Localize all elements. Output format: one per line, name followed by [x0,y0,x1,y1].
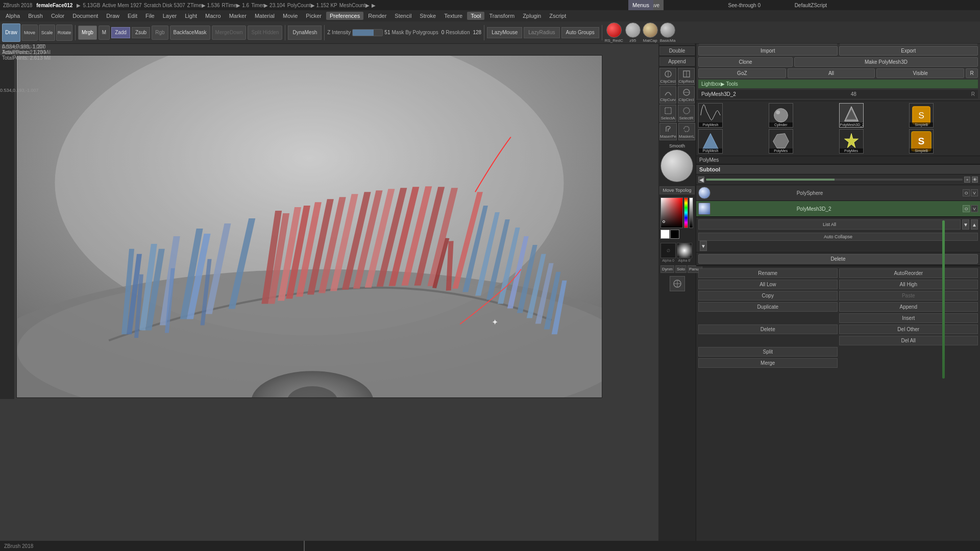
make-polymesh-button[interactable]: Make PolyMesh3D [794,57,978,67]
basic-sphere[interactable] [660,22,675,38]
split-button[interactable]: Split [698,347,838,357]
menu-texture[interactable]: Texture [440,12,466,20]
viewport[interactable]: ✦ [16,55,602,398]
background-swatch[interactable] [670,230,679,239]
drag-icon[interactable] [670,276,685,291]
menus-button[interactable]: Menus [628,0,653,10]
auto-collapse-arrow[interactable]: ▼ [700,241,707,251]
menu-draw[interactable]: Draw [103,12,123,20]
autoreorder-button[interactable]: AutoReorder [839,268,978,278]
goz-button[interactable]: GoZ [698,68,786,78]
subtool-slider[interactable] [706,179,963,181]
subtool-toggle[interactable]: ◀ [698,177,704,183]
menu-stroke[interactable]: Stroke [416,12,439,20]
menu-movie[interactable]: Movie [279,12,301,20]
r-button[interactable]: R [966,68,978,78]
del-all-button2[interactable]: Del All [839,336,978,345]
copy-button[interactable]: Copy [698,291,838,300]
list-all-up-arrow[interactable]: ▲ [971,219,978,230]
lazy-mouse-button[interactable]: LazyMouse [487,27,522,38]
move-button[interactable]: Move [21,24,38,41]
polysphere-subtool[interactable]: PolySphere O V [696,185,980,201]
menu-marker[interactable]: Marker [226,12,250,20]
clip-circle2-icon[interactable]: ClipCircl [678,86,695,104]
paste-button[interactable]: Paste [839,291,978,300]
hue-slider[interactable] [684,197,688,228]
merge-down-button[interactable]: MergeDown [212,26,247,40]
subtool-eye[interactable]: 👁 [972,177,978,183]
del-other-button[interactable]: Del Other [839,324,978,334]
menu-color[interactable]: Color [47,12,68,20]
menu-document[interactable]: Document [69,12,102,20]
clone-button[interactable]: Clone [698,57,793,67]
menu-macro[interactable]: Macro [202,12,225,20]
menu-tool[interactable]: Tool [467,12,484,20]
polysphere-eye-btn[interactable]: O [963,189,970,196]
rgb-button[interactable]: Rgb [152,26,168,40]
double-button[interactable]: Double [659,46,695,55]
merge-button[interactable]: Merge [698,358,838,368]
solo-button[interactable]: Solo [675,265,687,273]
split-hidden-button[interactable]: Split Hidden [248,26,282,40]
import-button[interactable]: Import [698,46,838,56]
alpha-slider[interactable] [689,197,693,228]
select-a-icon[interactable]: SelectA [659,105,676,122]
select-r-icon[interactable]: SelectR [678,105,695,122]
menu-layer[interactable]: Layer [159,12,181,20]
rotate-button[interactable]: Rotate [56,24,72,41]
mrgb-button[interactable]: Mrgb [78,26,97,40]
all-low-button[interactable]: All Low [698,280,838,289]
draw-button[interactable]: Draw [2,23,20,42]
tool-thumb-6[interactable]: PolyMes [769,129,793,154]
lazy-radius-button[interactable]: LazyRadius [524,27,559,38]
matcap-sphere[interactable] [643,22,658,38]
rs-redc-sphere[interactable] [606,22,622,38]
duplicate-button[interactable]: Duplicate [698,302,838,312]
tool-thumb-3[interactable]: PolyMesh3D_2 [839,103,864,128]
polymesh3d2-eye-btn[interactable]: O [963,205,970,212]
menu-picker[interactable]: Picker [302,12,325,20]
menu-zscript[interactable]: Zscript [546,12,570,20]
menu-edit[interactable]: Edit [124,12,141,20]
menu-light[interactable]: Light [181,12,201,20]
masker-pen-icon[interactable]: MaserPe [659,123,677,140]
list-all-arrow[interactable]: ▼ [962,219,969,230]
menu-brush[interactable]: Brush [24,12,46,20]
delete-subtool-button[interactable]: Delete [698,324,838,334]
rename-button[interactable]: Rename [698,268,838,278]
all-button[interactable]: All [788,68,875,78]
insert-tool-button[interactable]: Insert [839,313,978,323]
masker-lasso-icon[interactable]: MaskerL [678,123,695,140]
clip-curve-icon[interactable]: ClipCurv [659,86,676,104]
visible-button[interactable]: Visible [876,68,964,78]
menu-material[interactable]: Material [251,12,278,20]
color-gradient[interactable] [660,197,683,228]
zadd-button[interactable]: Zadd [111,27,130,38]
smooth-sphere[interactable] [660,149,693,182]
tool-thumb-4[interactable]: S SimpleB [909,103,934,128]
menu-stencil[interactable]: Stencil [391,12,415,20]
polysphere-vis-btn[interactable]: V [971,189,978,196]
move-topology-button[interactable]: Move Topolog [659,186,695,194]
see-through-label[interactable]: See-through 0 [728,3,761,8]
menu-transform[interactable]: Transform [485,12,518,20]
default-zscript[interactable]: DefaultZScript [795,3,827,8]
alpha-0-thumb[interactable]: ∅ [660,243,676,258]
alpha-6-thumb[interactable] [677,243,692,258]
z95-sphere[interactable] [625,22,641,38]
all-high-button[interactable]: All High [839,280,978,289]
export-button[interactable]: Export [839,46,978,56]
menu-preferences[interactable]: Preferences [326,12,363,20]
clip-circle-icon[interactable]: ClipCircl [659,68,676,85]
auto-collapse-button[interactable]: Auto Collapse [698,233,978,241]
tool-thumb-5[interactable]: PolyMesh [698,129,723,154]
dynamics-button[interactable]: Dynm [660,265,674,273]
tool-thumb-gold[interactable]: S SimpleB [909,129,934,154]
tool-thumb-1[interactable]: PolyMesh [698,103,723,128]
menu-alpha[interactable]: Alpha [2,12,23,20]
append-button[interactable]: Append [659,57,695,66]
zsub-button[interactable]: Zsub [132,27,150,38]
m-button[interactable]: M [99,26,110,40]
scale-button[interactable]: Scale [39,24,55,41]
lightbox-tools-button[interactable]: Lightbox▶ Tools [698,80,978,88]
